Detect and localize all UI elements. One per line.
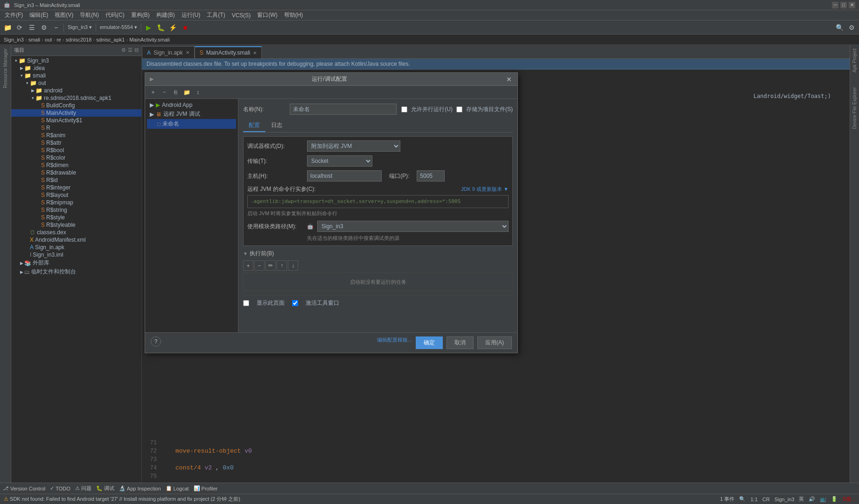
apply-btn[interactable]: 应用(A) <box>477 336 512 349</box>
tree-item-rstring[interactable]: S R$string <box>11 206 141 214</box>
tree-item-android[interactable]: ▶ 📁 android <box>11 87 141 94</box>
menu-file[interactable]: 文件(F) <box>2 10 26 20</box>
tab-mainactivity[interactable]: S MainActivity.smali ✕ <box>195 46 262 58</box>
help-btn[interactable]: ? <box>151 336 161 347</box>
tree-item-external[interactable]: ▶ 📚 外部库 <box>11 259 141 267</box>
dialog-sort-btn[interactable]: ↕ <box>193 87 203 98</box>
port-input[interactable] <box>417 170 445 182</box>
before-exec-header[interactable]: ▼ 执行前(B) <box>243 250 513 258</box>
maximize-btn[interactable]: □ <box>840 2 847 8</box>
host-input[interactable] <box>307 170 382 182</box>
tree-item-manifest[interactable]: X AndroidManifest.xml <box>11 236 141 244</box>
panel-list-icon[interactable]: ☰ <box>128 47 133 53</box>
tree-item-rlayout[interactable]: S R$layout <box>11 191 141 199</box>
dialog-copy-btn[interactable]: ⎘ <box>170 87 181 98</box>
tree-item-rdimen[interactable]: S R$dimen <box>11 161 141 169</box>
menu-refactor[interactable]: 重构(B) <box>128 10 153 20</box>
tree-item-rstyle[interactable]: S R$style <box>11 214 141 221</box>
menu-help[interactable]: 帮助(H) <box>281 10 306 20</box>
tree-item-mainactivity1[interactable]: S MainActivity$1 <box>11 117 141 124</box>
bc-sign-in3[interactable]: Sign_in3 <box>4 37 24 42</box>
toolbar-list-btn[interactable]: ☰ <box>26 22 37 33</box>
toolbar-minus-btn[interactable]: − <box>50 22 62 33</box>
menu-navigate[interactable]: 导航(N) <box>77 10 102 20</box>
tree-item-out[interactable]: ▾ 📁 out <box>11 79 141 87</box>
profiler-btn[interactable]: 📊 Profiler <box>194 485 218 491</box>
toolbar-sync-btn[interactable]: ⟳ <box>14 22 25 33</box>
debug-btn-bottom[interactable]: 🐛 调试 <box>96 485 114 492</box>
search-icon-status[interactable]: 🔍 <box>739 496 746 502</box>
allow-parallel-checkbox[interactable] <box>401 106 407 112</box>
dialog-remove-btn[interactable]: － <box>159 87 169 98</box>
settings-btn2[interactable]: ⚙ <box>846 22 857 33</box>
tree-item-rid[interactable]: S R$id <box>11 176 141 184</box>
save-to-project-checkbox[interactable] <box>456 106 462 112</box>
tree-item-mainactivity[interactable]: S MainActivity <box>11 109 141 117</box>
show-page-checkbox[interactable] <box>243 300 249 306</box>
menu-code[interactable]: 代码(C) <box>103 10 127 20</box>
bc-re[interactable]: re <box>56 37 61 42</box>
tree-item-smali[interactable]: ▾ 📁 smali <box>11 72 141 79</box>
menu-edit[interactable]: 编辑(E) <box>27 10 51 20</box>
tab-close-smali[interactable]: ✕ <box>253 50 257 56</box>
tree-item-rcolor[interactable]: S R$color <box>11 154 141 161</box>
cancel-btn[interactable]: 取消 <box>447 336 474 349</box>
module-select[interactable]: Sign_in3 <box>317 221 509 232</box>
todo-btn[interactable]: ✓ TODO <box>50 485 70 491</box>
dialog-close-btn[interactable]: ✕ <box>505 76 513 83</box>
dialog-add-btn[interactable]: ＋ <box>148 87 158 98</box>
app-inspection-btn[interactable]: 🔬 App Inspection <box>119 485 161 491</box>
minimize-btn[interactable]: ─ <box>832 2 838 8</box>
menu-view[interactable]: 视图(V) <box>52 10 76 20</box>
profile-btn[interactable]: ⚡ <box>168 22 179 33</box>
tree-item-classes[interactable]: 🗋 classes.dex <box>11 229 141 236</box>
dialog-tree-remote-jvm[interactable]: ▶ 🖥 远程 JVM 调试 <box>147 109 236 119</box>
bc-out[interactable]: out <box>45 37 52 42</box>
exec-edit-btn[interactable]: ✏ <box>265 260 276 271</box>
apk-project-tab[interactable]: Apk Project <box>852 49 857 72</box>
dialog-tree-android-app[interactable]: ▶ ▶ Android App <box>147 101 236 109</box>
close-btn[interactable]: ✕ <box>849 2 855 8</box>
name-input[interactable] <box>290 104 397 115</box>
panel-gear-icon[interactable]: ⚙ <box>121 47 126 53</box>
tree-item-rstyleable[interactable]: S R$styleable <box>11 221 141 229</box>
tab-signin-apk[interactable]: A Sign_in.apk ✕ <box>142 46 195 58</box>
run-btn[interactable]: ▶ <box>143 22 154 33</box>
device-selector[interactable]: emulator-5554 ▾ <box>100 24 137 30</box>
problems-btn[interactable]: ⚠ 问题 <box>75 485 91 492</box>
menu-window[interactable]: 窗口(W) <box>254 10 280 20</box>
bc-sdnisc-apk1[interactable]: sdnisc_apk1 <box>96 37 125 42</box>
exec-up-btn[interactable]: ↑ <box>277 260 287 271</box>
tree-item-rmipmap[interactable]: S R$mipmap <box>11 199 141 206</box>
tree-item-idea[interactable]: ▶ 📁 .idea <box>11 64 141 72</box>
toolbar-project-btn[interactable]: 📁 <box>2 22 13 33</box>
transport-select[interactable]: Socket <box>307 155 372 167</box>
tree-item-apk[interactable]: A Sign_in.apk <box>11 244 141 251</box>
tab-close-apk[interactable]: ✕ <box>186 50 189 55</box>
panel-collapse-icon[interactable]: ⊟ <box>134 47 139 53</box>
menu-build[interactable]: 构建(B) <box>154 10 178 20</box>
stop-btn[interactable]: ■ <box>180 22 191 33</box>
debugger-mode-select[interactable]: 附加到远程 JVM <box>307 140 400 152</box>
confirm-btn[interactable]: 确定 <box>416 336 443 349</box>
toolbar-settings-btn[interactable]: ⚙ <box>38 22 49 33</box>
tree-item-ranim[interactable]: S R$anim <box>11 132 141 139</box>
tree-item-rdrawable[interactable]: S R$drawable <box>11 169 141 176</box>
tree-item-buildconfig[interactable]: S BuildConfig <box>11 102 141 109</box>
debug-btn[interactable]: 🐛 <box>155 22 167 33</box>
version-control-btn[interactable]: ⎇ Version Control <box>3 485 45 491</box>
bc-smali[interactable]: smali <box>28 37 41 42</box>
dialog-tree-unnamed[interactable]: □ 未命名 <box>147 119 236 129</box>
logcat-btn[interactable]: 📋 Logcat <box>166 485 189 491</box>
tree-item-temp[interactable]: ▶ 🗂 临时文件和控制台 <box>11 267 141 276</box>
exec-remove-btn[interactable]: － <box>254 260 265 271</box>
tree-item-rattr[interactable]: S R$attr <box>11 139 141 147</box>
tree-item-r[interactable]: S R <box>11 124 141 132</box>
bc-mainactivity[interactable]: MainActivity.smali <box>129 37 170 42</box>
device-file-explorer-tab[interactable]: Device File Explorer <box>852 87 857 129</box>
activate-tools-checkbox[interactable] <box>292 300 298 306</box>
tree-root[interactable]: ▾ 📁 Sign_in3 <box>11 57 141 64</box>
search-everywhere-btn[interactable]: 🔍 <box>834 22 845 33</box>
window-controls[interactable]: ─ □ ✕ <box>832 2 855 8</box>
event-count[interactable]: 1 事件 <box>720 496 734 503</box>
